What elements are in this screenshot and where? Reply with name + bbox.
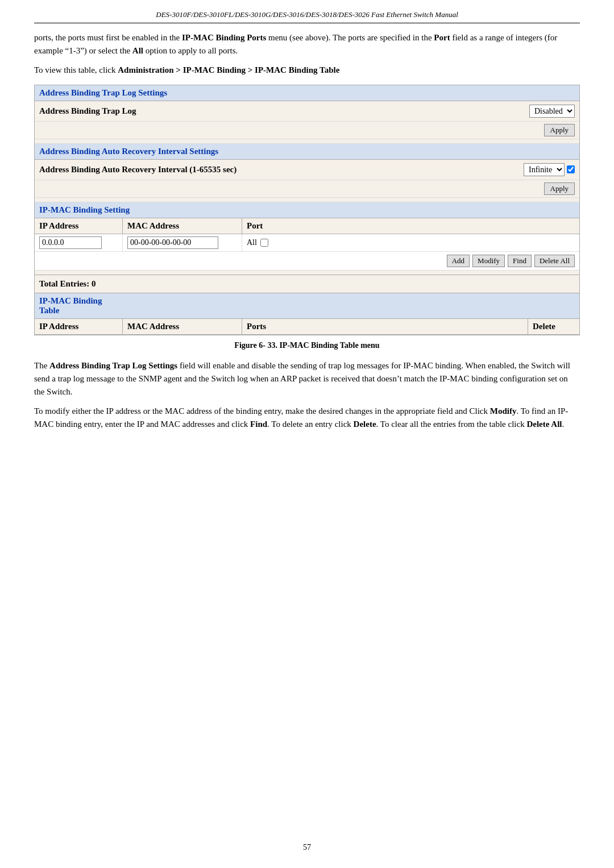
total-entries-label: Total Entries: 0 (39, 279, 96, 288)
body-text-2-mid2: . To delete an entry click (267, 420, 354, 429)
intro-text-2: menu (see above). The ports are specifie… (266, 33, 434, 42)
spacer-1 (35, 139, 579, 144)
action-buttons-row: Add Modify Find Delete All (35, 252, 579, 271)
total-entries-row: Total Entries: 0 (35, 275, 579, 293)
table2-header-delete: Delete (528, 319, 579, 334)
body-bold-1: Address Binding Trap Log Settings (49, 361, 177, 370)
page-number: 57 (0, 843, 614, 852)
auto-recovery-row: Address Binding Auto Recovery Interval (… (35, 160, 579, 180)
ip-address-input[interactable] (39, 236, 102, 249)
header-title: DES-3010F/DES-3010FL/DES-3010G/DES-3016/… (156, 10, 458, 19)
port-all-checkbox[interactable] (260, 239, 268, 247)
trap-log-dropdown[interactable]: Disabled Enabled (529, 105, 575, 118)
page-header: DES-3010F/DES-3010FL/DES-3010G/DES-3016/… (34, 10, 580, 23)
intro-bold-1: IP-MAC Binding Ports (182, 33, 266, 42)
figure-caption: Figure 6- 33. IP-MAC Binding Table menu (34, 341, 580, 350)
body-text-2-mid3: . To clear all the entries from the tabl… (376, 420, 527, 429)
body-bold-3: Find (250, 420, 267, 429)
auto-recovery-control: Infinite (524, 163, 575, 176)
body-text-2-end: . (562, 420, 564, 429)
body-text-2-pre: To modify either the IP address or the M… (34, 406, 490, 416)
col-header-port: Port (242, 218, 579, 234)
page: DES-3010F/DES-3010FL/DES-3010G/DES-3016/… (0, 0, 614, 868)
port-cell: All (247, 238, 575, 247)
trap-log-control: Disabled Enabled (529, 105, 575, 118)
intro-paragraph-1: ports, the ports must first be enabled i… (34, 31, 580, 58)
auto-recovery-checkbox[interactable] (567, 165, 575, 173)
intro-text-1: ports, the ports must first be enabled i… (34, 33, 182, 42)
ip-mac-binding-setting-col-headers: IP Address MAC Address Port (35, 218, 579, 234)
auto-recovery-section-header: Address Binding Auto Recovery Interval S… (35, 144, 579, 160)
trap-log-section-header: Address Binding Trap Log Settings (35, 85, 579, 101)
port-all-label: All (247, 238, 257, 247)
auto-recovery-dropdown[interactable]: Infinite (524, 163, 565, 176)
intro-bold-4: Administration > IP-MAC Binding > IP-MAC… (118, 65, 339, 74)
intro-bold-3: All (132, 46, 143, 55)
body-text-1-pre: The (34, 361, 49, 370)
table2-header-ip: IP Address (35, 319, 123, 334)
add-button[interactable]: Add (447, 255, 470, 267)
find-button[interactable]: Find (508, 255, 532, 267)
trap-log-apply-button[interactable]: Apply (544, 124, 575, 136)
trap-log-apply-row: Apply (35, 122, 579, 139)
spacer-2 (35, 198, 579, 202)
intro-text-5: To view this table, click (34, 65, 118, 74)
modify-button[interactable]: Modify (472, 255, 505, 267)
trap-log-label: Address Binding Trap Log (39, 106, 529, 116)
body-bold-5: Delete All (526, 420, 562, 429)
ip-mac-binding-setting-header: IP-MAC Binding Setting (35, 202, 579, 218)
body-bold-4: Delete (354, 420, 376, 429)
table2-col-ip: IP-MAC Binding Table (35, 293, 123, 318)
mac-address-field-wrapper (123, 234, 242, 251)
port-field-wrapper: All (242, 236, 579, 250)
body-paragraph-2: To modify either the IP address or the M… (34, 405, 580, 431)
ip-mac-binding-setting-title: IP-MAC Binding Setting (39, 205, 130, 214)
col-header-mac: MAC Address (123, 218, 242, 234)
col-header-ip: IP Address (35, 218, 123, 234)
auto-recovery-title: Address Binding Auto Recovery Interval S… (39, 147, 218, 156)
auto-recovery-apply-button[interactable]: Apply (544, 182, 575, 195)
trap-log-row: Address Binding Trap Log Disabled Enable… (35, 101, 579, 122)
ip-mac-binding-table-header: IP-MAC Binding Table (35, 293, 579, 319)
delete-all-button[interactable]: Delete All (534, 255, 575, 267)
table2-col-ip-label: IP-MAC Binding Table (39, 296, 102, 315)
intro-bold-2: Port (434, 33, 450, 42)
body-bold-2: Modify (490, 406, 517, 416)
ip-mac-binding-table-cols: IP Address MAC Address Ports Delete (35, 319, 579, 335)
table2-header-ports: Ports (242, 319, 528, 334)
auto-recovery-apply-row: Apply (35, 180, 579, 198)
main-panel: Address Binding Trap Log Settings Addres… (34, 85, 580, 335)
mac-address-input[interactable] (127, 236, 218, 249)
trap-log-title: Address Binding Trap Log Settings (39, 88, 167, 97)
ip-address-field-wrapper (35, 234, 123, 251)
intro-text-4: option to apply to all ports. (143, 46, 238, 55)
body-paragraph-1: The Address Binding Trap Log Settings fi… (34, 359, 580, 399)
ip-mac-binding-setting-row: All (35, 234, 579, 252)
auto-recovery-label: Address Binding Auto Recovery Interval (… (39, 165, 524, 175)
intro-paragraph-2: To view this table, click Administration… (34, 64, 580, 77)
table2-header-mac: MAC Address (123, 319, 242, 334)
spacer-3 (35, 271, 579, 275)
